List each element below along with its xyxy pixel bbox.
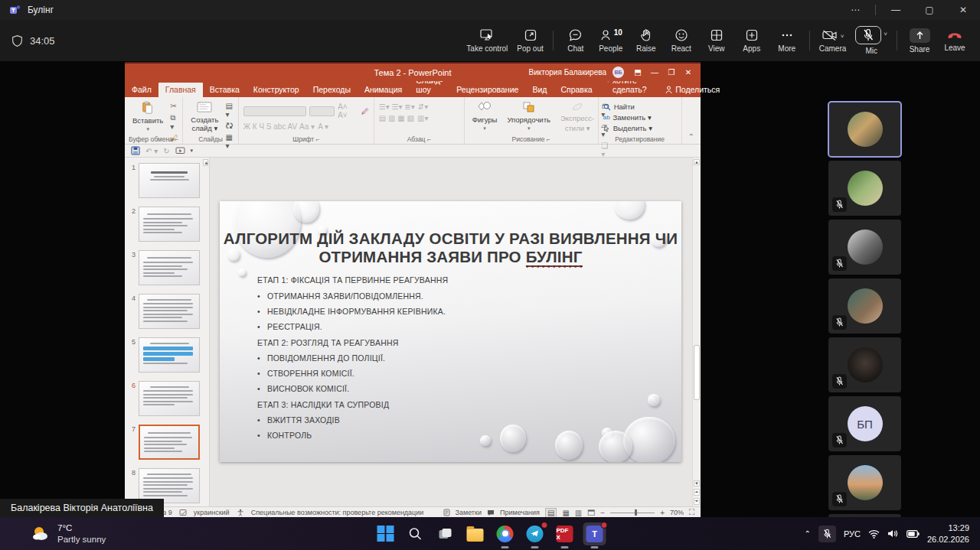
ppt-minimize-button[interactable]: — xyxy=(647,68,662,76)
current-slide[interactable]: АЛГОРИТМ ДІЙ ЗАКЛАДУ ОСВІТИ У РАЗІ ВИЯВЛ… xyxy=(220,201,681,462)
wifi-icon[interactable] xyxy=(868,529,880,539)
thumbnail-scrollbar[interactable]: ▲ xyxy=(202,158,209,506)
font-style-buttons[interactable]: Ж К Ч S abc AV Аа ▾ xyxy=(243,122,315,131)
cut-icon[interactable]: ✂ xyxy=(170,102,178,110)
notes-button[interactable]: Заметки xyxy=(456,509,482,516)
reading-view-button[interactable]: ▥ xyxy=(575,509,582,517)
shape-effects-icon[interactable]: ❏ ▾ xyxy=(601,142,609,158)
participant-tile-5[interactable] xyxy=(828,337,901,392)
participant-tile-1[interactable] xyxy=(828,102,901,157)
thumbnail-preview[interactable] xyxy=(139,163,200,198)
ppt-restore-button[interactable]: ❐ xyxy=(664,68,679,76)
react-button[interactable]: React xyxy=(664,20,699,61)
slideshow-view-button[interactable]: 🗖 xyxy=(587,509,595,517)
slide-thumbnail-3[interactable]: 3 xyxy=(126,250,207,285)
new-slide-button[interactable]: Создать слайд ▾ xyxy=(188,100,221,133)
collapse-ribbon-button[interactable]: ⌃ xyxy=(682,132,701,144)
dialog-launcher-icon[interactable]: ⌐ xyxy=(547,135,550,143)
shapes-button[interactable]: Фигуры ▾ xyxy=(469,100,501,133)
view-button[interactable]: View xyxy=(699,20,734,61)
chat-button[interactable]: Chat xyxy=(558,20,593,61)
people-button[interactable]: 10 People xyxy=(593,20,629,61)
normal-view-button[interactable]: ▤ xyxy=(545,508,557,518)
speaker-icon[interactable] xyxy=(887,529,899,539)
thumbnail-preview[interactable] xyxy=(139,381,200,416)
share-button[interactable]: Share xyxy=(902,20,937,61)
participant-tile-6[interactable]: БП xyxy=(828,396,901,451)
fit-slide-button[interactable]: ⛶ xyxy=(689,508,694,517)
undo-icon[interactable]: ↶ ▾ xyxy=(145,147,158,155)
slide-thumbnail-6[interactable]: 6 xyxy=(126,381,207,416)
grow-font-icon[interactable]: A˄ A˅ xyxy=(338,103,358,119)
start-button[interactable] xyxy=(374,522,397,545)
scrollbar-thumb[interactable] xyxy=(694,345,700,400)
titlebar-more-button[interactable]: ⋯ xyxy=(838,0,872,20)
slide-thumbnail-4[interactable]: 4 xyxy=(126,294,207,329)
language-indicator[interactable]: РУС xyxy=(844,529,861,539)
teams-taskbar-button[interactable]: T xyxy=(583,522,606,545)
ppt-ribbon-options-button[interactable]: ⬒ xyxy=(630,68,645,76)
thumbnail-preview[interactable] xyxy=(139,425,200,460)
thumbnail-preview[interactable] xyxy=(139,294,200,329)
slide-thumbnail-1[interactable]: 1 xyxy=(126,163,207,198)
camera-button[interactable]: ˅ Camera xyxy=(815,20,851,61)
participant-tile-3[interactable] xyxy=(828,220,901,275)
slide-layout-icon[interactable]: ▤ ▾ xyxy=(225,102,233,119)
editor-vertical-scrollbar[interactable]: ▲ ▼ ⏶ ⏷ xyxy=(692,158,701,506)
camera-options-chevron[interactable]: ˅ xyxy=(841,33,844,40)
ppt-tab-2[interactable]: Главная xyxy=(158,83,203,97)
clear-format-icon[interactable]: 🖉 xyxy=(361,107,369,116)
participant-tile-7[interactable] xyxy=(828,455,901,510)
ppt-tab-1[interactable]: Файл xyxy=(125,83,158,97)
replace-button[interactable]: abЗаменить ▾ xyxy=(603,113,652,122)
ppt-close-button[interactable]: ✕ xyxy=(681,68,696,76)
previous-slide-button[interactable]: ⏶ xyxy=(694,489,700,496)
mic-options-chevron[interactable]: ˅ xyxy=(884,31,887,37)
thumbnail-preview[interactable] xyxy=(139,207,200,242)
accessibility-icon[interactable] xyxy=(237,509,244,516)
notes-icon[interactable] xyxy=(443,509,450,516)
columns-icon[interactable]: ▥▾ xyxy=(417,114,428,122)
dialog-launcher-icon[interactable]: ⌐ xyxy=(427,135,431,143)
clock[interactable]: 13:29 26.02.2026 xyxy=(927,522,969,545)
copy-icon[interactable]: ⧉ ▾ xyxy=(170,113,178,131)
maximize-button[interactable]: ▢ xyxy=(913,0,946,20)
participant-tile-2[interactable] xyxy=(828,161,901,216)
scroll-up-arrow[interactable]: ▲ xyxy=(203,159,208,166)
next-slide-button[interactable]: ⏷ xyxy=(694,498,700,505)
ppt-tab-10[interactable]: Справка xyxy=(554,83,599,97)
weather-widget[interactable]: 7°C Partly sunny xyxy=(31,522,214,545)
spellcheck-icon[interactable] xyxy=(179,509,187,516)
zoom-slider-thumb[interactable] xyxy=(635,509,637,516)
ppt-tab-5[interactable]: Переходы xyxy=(306,83,358,97)
ppt-tab-3[interactable]: Вставка xyxy=(203,83,247,97)
pop-out-button[interactable]: Pop out xyxy=(512,20,547,61)
bullet-list-icon[interactable]: ☰▾ ☰▾ ≣▾ xyxy=(379,103,415,111)
ppt-account-avatar[interactable]: ВБ xyxy=(612,67,624,78)
thumbnail-preview[interactable] xyxy=(139,337,200,373)
quick-styles-button[interactable]: Экспресс- стили ▾ xyxy=(557,100,597,133)
language-indicator[interactable]: украинский xyxy=(194,509,230,516)
find-button[interactable]: Найти xyxy=(603,103,652,111)
apps-button[interactable]: Apps xyxy=(734,20,769,61)
file-explorer-button[interactable] xyxy=(464,522,487,545)
ppt-share-button[interactable]: Поделиться xyxy=(658,83,727,97)
font-color-icon[interactable]: A ▾ xyxy=(318,122,328,131)
slide-thumbnail-5[interactable]: 5 xyxy=(126,337,207,373)
minimize-button[interactable]: — xyxy=(879,0,913,20)
text-direction-icon[interactable]: ⇵▾ xyxy=(418,103,428,111)
ppt-tab-4[interactable]: Конструктор xyxy=(247,83,306,97)
zoom-out-button[interactable]: − xyxy=(600,509,605,517)
font-size-select[interactable] xyxy=(309,106,335,116)
start-slideshow-icon[interactable] xyxy=(175,147,185,155)
accessibility-status[interactable]: Специальные возможности: проверьте реком… xyxy=(251,509,424,516)
ppt-tab-8[interactable]: Рецензирование xyxy=(449,83,525,97)
participant-tile-4[interactable] xyxy=(828,278,901,334)
slide-sorter-view-button[interactable]: ▦ xyxy=(562,509,569,517)
qat-customize-chevron[interactable]: ▾ xyxy=(191,148,194,154)
tray-chevron[interactable]: ⌃ xyxy=(805,529,811,538)
font-family-select[interactable] xyxy=(243,106,306,116)
slide-thumbnail-7[interactable]: 7 xyxy=(126,425,207,460)
arrange-button[interactable]: Упорядочить ▾ xyxy=(504,100,554,133)
select-button[interactable]: Выделить ▾ xyxy=(603,124,652,132)
